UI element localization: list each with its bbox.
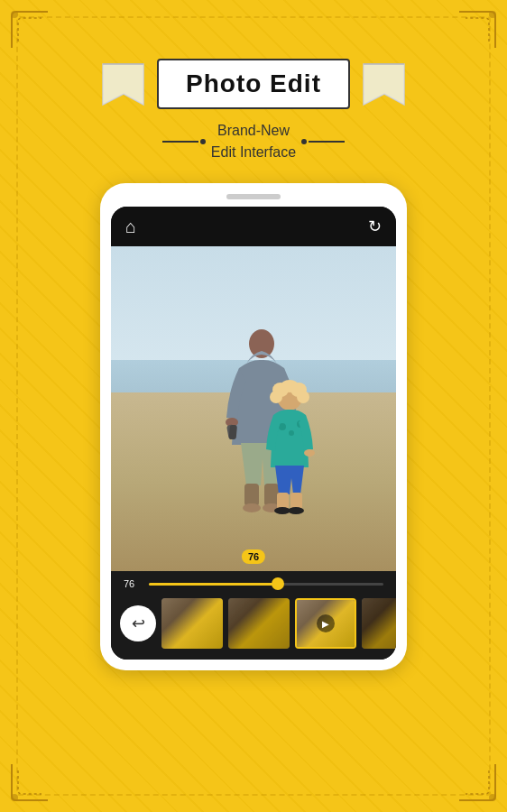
slider-track[interactable] [149, 583, 383, 586]
home-icon[interactable]: ⌂ [125, 217, 136, 237]
svg-point-25 [289, 430, 294, 436]
svg-point-2 [11, 794, 18, 801]
child-figure [263, 377, 317, 517]
svg-point-31 [288, 507, 304, 514]
thumbnail-item-1[interactable] [161, 598, 223, 649]
slider-fill [149, 583, 278, 586]
title-banner: Photo Edit [157, 59, 350, 109]
thumbnails-row: ↩ ▶ [120, 595, 387, 652]
svg-rect-13 [229, 425, 237, 440]
svg-rect-14 [244, 484, 259, 506]
svg-point-22 [270, 391, 282, 403]
back-arrow-icon: ↩ [132, 614, 145, 633]
main-content: Photo Edit Brand-New Edit Interface ⌂ ↻ [0, 0, 507, 670]
back-button[interactable]: ↩ [120, 605, 156, 641]
page-title: Photo Edit [186, 69, 321, 97]
thumbnail-active-badge: ▶ [317, 614, 335, 632]
edit-bar: 76 ↩ [111, 571, 396, 660]
thumbnail-item-2[interactable] [228, 598, 290, 649]
svg-marker-5 [103, 64, 143, 105]
phone-mockup: ⌂ ↻ [100, 183, 407, 670]
subtitle-line-right [309, 141, 345, 143]
photo-value-badge: 76 [242, 549, 265, 564]
svg-point-27 [304, 449, 315, 457]
beach-scene: 76 [111, 246, 396, 571]
svg-rect-28 [277, 493, 289, 509]
phone-speaker [226, 194, 281, 199]
subtitle-row: Brand-New Edit Interface [162, 120, 345, 163]
slider-value-label: 76 [124, 578, 142, 589]
svg-marker-8 [364, 64, 404, 105]
svg-point-3 [489, 794, 496, 801]
thumbnail-item-4[interactable] [362, 598, 396, 649]
title-row: Photo Edit [98, 59, 409, 109]
ribbon-right [359, 60, 409, 109]
corner-decoration-bl [7, 760, 52, 805]
photo-area: 76 [111, 246, 396, 571]
thumbnail-item-3[interactable]: ▶ [295, 598, 356, 649]
svg-rect-29 [290, 493, 302, 509]
phone-inner: ⌂ ↻ [111, 207, 396, 660]
svg-point-23 [297, 391, 309, 403]
ribbon-left [98, 60, 148, 109]
subtitle-text: Brand-New Edit Interface [211, 120, 296, 163]
slider-row: 76 [120, 578, 387, 589]
corner-decoration-br [455, 760, 500, 805]
refresh-icon[interactable]: ↻ [368, 217, 382, 236]
slider-thumb[interactable] [272, 577, 284, 590]
svg-point-16 [243, 503, 261, 512]
subtitle-line-left [162, 141, 198, 143]
app-topbar: ⌂ ↻ [111, 207, 396, 246]
